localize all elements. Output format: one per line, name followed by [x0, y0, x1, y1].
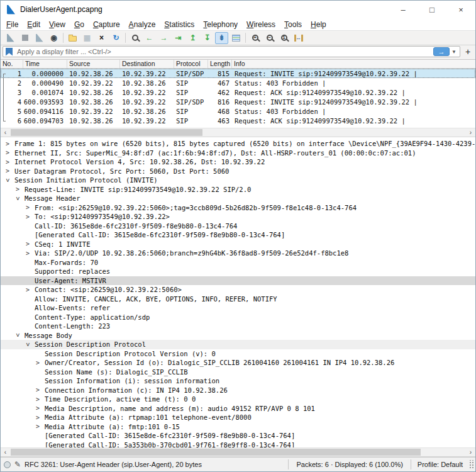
menu-item[interactable]: Statistics — [160, 20, 199, 30]
expander-icon[interactable] — [36, 423, 45, 430]
detail-line[interactable]: To: <sip:912409973549@10.92.39.22> — [1, 212, 475, 222]
go-forward-icon[interactable]: → — [157, 32, 170, 44]
detail-line[interactable]: Internet Protocol Version 4, Src: 10.92.… — [1, 157, 475, 167]
profile-selector[interactable]: Profile: Default — [411, 461, 469, 468]
expander-icon[interactable] — [16, 195, 25, 202]
detail-line[interactable]: Media Description, name and address (m):… — [1, 404, 475, 413]
start-capture-icon[interactable] — [4, 32, 17, 44]
capture-comment-icon[interactable]: ✎ — [14, 460, 21, 469]
save-file-icon[interactable]: ▦ — [80, 32, 94, 44]
detail-line[interactable]: Connection Information (c): IN IP4 10.92… — [1, 386, 475, 395]
detail-line[interactable]: Session Description Protocol — [1, 340, 475, 349]
expander-icon[interactable] — [26, 305, 35, 312]
expander-icon[interactable] — [26, 259, 35, 266]
scrollbar-thumb[interactable] — [11, 129, 202, 136]
packet-row[interactable]: 5 600.094116 10.92.39.22 10.92.38.26 SIP… — [1, 106, 475, 116]
detail-line[interactable]: Session Information (i): session informa… — [1, 376, 475, 386]
detail-line[interactable]: [Generated Call-ID: 3615e8de-6fc2310f-9f… — [1, 230, 475, 240]
detail-line[interactable]: Allow-Events: refer — [1, 303, 475, 313]
stop-capture-icon[interactable] — [18, 32, 31, 44]
detail-line[interactable]: Content-Type: application/sdp — [1, 313, 475, 322]
detail-line[interactable]: Media Attribute (a): rtpmap:101 telephon… — [1, 413, 475, 422]
packet-row[interactable]: 1 0.000000 10.92.38.26 10.92.39.22 SIP/S… — [1, 69, 475, 78]
zoom-out-icon[interactable]: − — [263, 32, 276, 44]
packet-list-hscrollbar[interactable]: ‹ › — [1, 128, 475, 137]
menu-item[interactable]: File — [2, 20, 23, 30]
display-filter-box[interactable]: → ▼ — [3, 46, 460, 57]
detail-line[interactable]: Allow: INVITE, CANCEL, ACK, BYE, OPTIONS… — [1, 295, 475, 304]
expander-icon[interactable] — [36, 414, 45, 421]
expander-icon[interactable] — [6, 159, 14, 166]
restart-capture-icon[interactable] — [33, 32, 46, 44]
maximize-button[interactable]: □ — [418, 1, 446, 18]
detail-line[interactable]: Session Initiation Protocol (INVITE) — [1, 176, 475, 185]
detail-line[interactable]: [Generated Call-ID: 3615e8de-6fc2310f-9f… — [1, 431, 475, 441]
scroll-left-icon[interactable]: ‹ — [1, 128, 10, 137]
column-header[interactable]: Info — [232, 60, 475, 68]
menu-item[interactable]: Wireless — [242, 20, 280, 30]
detail-line[interactable]: Content-Length: 223 — [1, 322, 475, 331]
expander-icon[interactable] — [36, 386, 45, 393]
expander-icon[interactable] — [36, 368, 45, 375]
zoom-100-icon[interactable]: 1 — [277, 32, 291, 44]
packet-row[interactable]: 3 0.001074 10.92.38.26 10.92.39.22 SIP 4… — [1, 87, 475, 97]
expander-icon[interactable] — [6, 140, 14, 147]
detail-line[interactable]: Session Name (s): Dialogic_SIP_CCLIB — [1, 368, 475, 377]
column-header[interactable]: Destination — [120, 60, 174, 68]
expander-icon[interactable] — [36, 359, 45, 366]
expander-icon[interactable] — [26, 204, 35, 211]
column-header[interactable]: Source — [67, 60, 120, 68]
detail-line[interactable]: Message Header — [1, 194, 475, 203]
expander-icon[interactable] — [26, 341, 35, 348]
detail-line[interactable]: CSeq: 1 INVITE — [1, 240, 475, 249]
menu-item[interactable]: Help — [306, 20, 331, 30]
menu-item[interactable]: View — [45, 20, 70, 30]
packet-row[interactable]: 2 0.000490 10.92.39.22 10.92.38.26 SIP 4… — [1, 78, 475, 87]
column-header[interactable]: Protocol — [174, 60, 208, 68]
detail-line[interactable]: Time Description, active time (t): 0 0 — [1, 395, 475, 404]
scroll-right-icon[interactable]: › — [466, 128, 475, 137]
filter-dropdown-icon[interactable]: ▼ — [450, 49, 458, 55]
detail-line[interactable]: From: <sip:26259@10.92.39.22:5060>;tag=3… — [1, 203, 475, 213]
expander-icon[interactable] — [26, 250, 35, 257]
reload-icon[interactable]: ↻ — [109, 32, 123, 44]
detail-line[interactable]: Message Body — [1, 331, 475, 340]
minimize-button[interactable]: – — [389, 1, 418, 18]
packet-row[interactable]: 6 600.094703 10.92.38.26 10.92.39.22 SIP… — [1, 116, 475, 125]
detail-line[interactable]: Max-Forwards: 70 — [1, 258, 475, 267]
expander-icon[interactable] — [6, 177, 14, 184]
close-button[interactable]: × — [446, 1, 475, 18]
detail-line[interactable]: Media Attribute (a): fmtp:101 0-15 — [1, 422, 475, 432]
expander-icon[interactable] — [16, 332, 25, 339]
go-to-first-icon[interactable]: ↥ — [186, 32, 199, 44]
menu-item[interactable]: Telephony — [199, 20, 242, 30]
detail-line[interactable]: Supported: replaces — [1, 267, 475, 276]
column-header[interactable]: Length — [208, 60, 232, 68]
zoom-in-icon[interactable]: + — [248, 32, 262, 44]
expander-icon[interactable] — [36, 350, 45, 357]
scroll-left-icon[interactable]: ‹ — [1, 448, 10, 456]
expert-info-icon[interactable] — [4, 461, 11, 468]
expander-icon[interactable] — [26, 222, 35, 229]
separator[interactable] — [125, 33, 126, 43]
capture-options-icon[interactable]: ◉ — [47, 32, 60, 44]
expander-icon[interactable] — [36, 396, 45, 403]
column-header[interactable]: No. — [1, 60, 23, 68]
expander-icon[interactable] — [6, 149, 14, 156]
display-filter-input[interactable] — [16, 47, 433, 56]
column-header[interactable]: Time — [23, 60, 67, 68]
find-packet-icon[interactable] — [128, 32, 141, 44]
detail-line[interactable]: User Datagram Protocol, Src Port: 5060, … — [1, 167, 475, 176]
packet-row[interactable]: 4 600.093593 10.92.38.26 10.92.39.22 SIP… — [1, 97, 475, 106]
expander-icon[interactable] — [26, 277, 35, 284]
go-back-icon[interactable]: ← — [143, 32, 156, 44]
scroll-right-icon[interactable]: › — [466, 448, 475, 456]
expander-icon[interactable] — [26, 295, 35, 302]
add-filter-button-icon[interactable]: + — [463, 47, 473, 57]
expander-icon[interactable] — [26, 323, 35, 330]
detail-line[interactable]: Via: SIP/2.0/UDP 10.92.38.26:5060;branch… — [1, 249, 475, 258]
detail-line[interactable]: [Generated Call-ID: 5a353b0b-370cbd01-9f… — [1, 441, 475, 448]
menu-item[interactable]: Go — [70, 20, 89, 30]
detail-line[interactable]: Owner/Creator, Session Id (o): Dialogic_… — [1, 358, 475, 368]
resize-grip[interactable] — [469, 460, 474, 469]
